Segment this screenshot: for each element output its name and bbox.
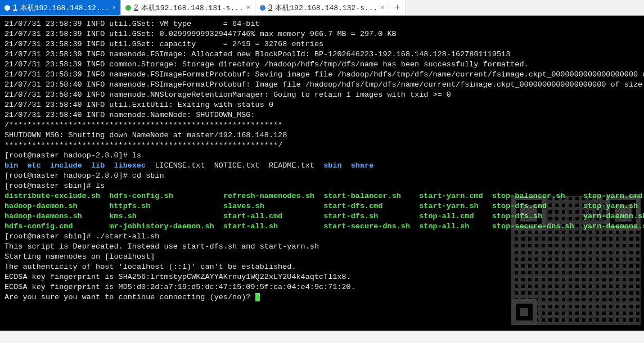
output-line: ECDSA key fingerprint is MD5:d0:2d:a7:19… bbox=[4, 283, 355, 291]
output-line: The authenticity of host 'localhost (::1… bbox=[4, 263, 296, 271]
dir-entry: sbin bbox=[323, 161, 341, 170]
plus-icon: + bbox=[395, 3, 400, 13]
tab-1[interactable]: 1 本机192.168.148.12... × bbox=[0, 0, 121, 15]
log-line: 21/07/31 23:58:39 INFO util.GSet: capaci… bbox=[4, 40, 323, 48]
exec-entry: hdfs-config.cmd bbox=[4, 222, 109, 231]
exec-entry: start-dfs.cmd bbox=[323, 202, 419, 210]
exec-entry: stop-dfs.sh bbox=[492, 212, 583, 220]
prompt: [root@master sbin]# bbox=[4, 232, 96, 241]
command: ls bbox=[132, 151, 141, 160]
exec-entry: refresh-namenodes.sh bbox=[223, 192, 323, 200]
log-line: 21/07/31 23:58:39 INFO common.Storage: S… bbox=[4, 60, 529, 69]
exec-entry: hadoop-daemon.sh bbox=[4, 202, 109, 210]
status-dot-icon bbox=[4, 5, 10, 11]
exec-entry: stop-secure-dns.sh bbox=[492, 222, 583, 231]
exec-entry: mr-jobhistory-daemon.sh bbox=[109, 222, 223, 231]
tab-number: 3 bbox=[268, 3, 273, 12]
exec-entry: hadoop-daemons.sh bbox=[4, 212, 109, 220]
log-line: 21/07/31 23:58:40 INFO util.ExitUtil: Ex… bbox=[4, 101, 273, 109]
status-dot-icon bbox=[260, 5, 265, 11]
terminal-cursor bbox=[255, 293, 260, 301]
dir-entry: etc bbox=[28, 161, 41, 170]
status-dot-icon bbox=[125, 5, 131, 11]
exec-entry: httpfs.sh bbox=[109, 202, 223, 210]
add-tab-button[interactable]: + bbox=[389, 0, 406, 15]
exec-entry: stop-yarn.cmd bbox=[583, 192, 642, 200]
tab-label: 本机192.168.148.12... bbox=[20, 3, 110, 13]
dir-entry: share bbox=[351, 161, 374, 170]
exec-entry: yarn-daemons.sh bbox=[583, 222, 644, 231]
exec-entry: start-yarn.sh bbox=[419, 202, 492, 210]
exec-entry: distribute-exclude.sh bbox=[4, 192, 109, 200]
log-line: /***************************************… bbox=[4, 121, 282, 129]
tab-label: 本机192.168.148.132-s... bbox=[275, 3, 377, 13]
exec-entry: yarn-daemon.sh bbox=[583, 212, 644, 220]
tab-number: 2 bbox=[134, 3, 138, 12]
exec-entry: kms.sh bbox=[109, 212, 223, 220]
output-line: ECDSA key fingerprint is SHA256:lrtmstyp… bbox=[4, 273, 351, 281]
exec-entry: start-secure-dns.sh bbox=[323, 222, 419, 231]
log-line: 21/07/31 23:58:40 INFO namenode.NameNode… bbox=[4, 111, 255, 119]
exec-entry: start-dfs.sh bbox=[323, 212, 419, 220]
dir-entry: include bbox=[50, 161, 82, 170]
exec-entry: start-all.sh bbox=[223, 222, 323, 231]
exec-entry: start-all.cmd bbox=[223, 212, 323, 220]
output-line: Are you sure you want to continue connec… bbox=[4, 293, 255, 301]
dir-entry: libexec bbox=[114, 161, 146, 170]
log-line: 21/07/31 23:58:40 INFO namenode.FSImageF… bbox=[4, 80, 644, 89]
log-line: 21/07/31 23:58:39 INFO util.GSet: 0.0299… bbox=[4, 30, 397, 38]
output-line: Starting namenodes on [localhost] bbox=[4, 252, 155, 261]
close-icon[interactable]: × bbox=[112, 4, 116, 11]
dir-entry: bin bbox=[4, 161, 18, 170]
exec-entry: stop-yarn.sh bbox=[583, 202, 638, 210]
exec-entry: stop-dfs.cmd bbox=[492, 202, 583, 210]
tab-number: 1 bbox=[13, 3, 17, 12]
prompt: [root@master hadoop-2.8.0]# bbox=[4, 172, 132, 180]
log-line: 21/07/31 23:58:40 INFO namenode.NNStorag… bbox=[4, 91, 451, 99]
log-line: 21/07/31 23:58:39 INFO util.GSet: VM typ… bbox=[4, 20, 260, 28]
exec-entry: start-balancer.sh bbox=[323, 192, 419, 200]
terminal-output[interactable]: 21/07/31 23:58:39 INFO util.GSet: VM typ… bbox=[0, 16, 644, 305]
command: ls bbox=[96, 182, 105, 190]
prompt: [root@master hadoop-2.8.0]# bbox=[4, 151, 132, 160]
output-line: This script is Deprecated. Instead use s… bbox=[4, 242, 319, 251]
log-line: SHUTDOWN_MSG: Shutting down NameNode at … bbox=[4, 131, 287, 139]
dir-entry: lib bbox=[91, 161, 105, 170]
exec-entry: hdfs-config.sh bbox=[109, 192, 223, 200]
log-line: 21/07/31 23:58:39 INFO namenode.FSImage:… bbox=[4, 50, 510, 58]
tab-3[interactable]: 3 本机192.168.148.132-s... × bbox=[255, 0, 389, 15]
exec-entry: start-yarn.cmd bbox=[419, 192, 492, 200]
tab-2[interactable]: 2 本机192.168.148.131-s... × bbox=[121, 0, 255, 15]
exec-entry: stop-all.cmd bbox=[419, 212, 492, 220]
exec-entry: slaves.sh bbox=[223, 202, 323, 210]
command: cd sbin bbox=[132, 172, 164, 180]
tab-bar: 1 本机192.168.148.12... × 2 本机192.168.148.… bbox=[0, 0, 644, 16]
file-entries: LICENSE.txt NOTICE.txt README.txt bbox=[146, 161, 323, 170]
exec-entry: stop-balancer.sh bbox=[492, 192, 583, 200]
command: ./start-all.sh bbox=[96, 232, 159, 241]
close-icon[interactable]: × bbox=[380, 4, 384, 11]
log-line: ****************************************… bbox=[4, 141, 282, 150]
tab-label: 本机192.168.148.131-s... bbox=[141, 3, 244, 13]
status-bar bbox=[0, 331, 644, 343]
prompt: [root@master sbin]# bbox=[4, 182, 96, 190]
close-icon[interactable]: × bbox=[246, 4, 250, 11]
exec-entry: stop-all.sh bbox=[419, 222, 492, 231]
log-line: 21/07/31 23:58:39 INFO namenode.FSImageF… bbox=[4, 70, 644, 79]
